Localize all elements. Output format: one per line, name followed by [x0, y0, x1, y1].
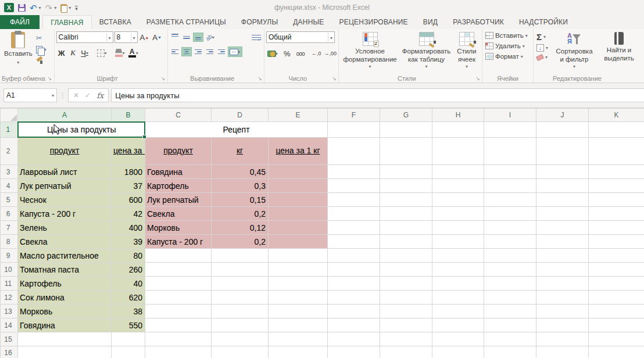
font-dialog-launcher[interactable] — [160, 76, 166, 81]
cell[interactable] — [380, 193, 432, 207]
fill-color-button[interactable] — [114, 47, 126, 59]
autosum-button[interactable]: Σ — [535, 32, 549, 42]
cell[interactable] — [484, 249, 536, 263]
cell[interactable]: Морковь — [145, 221, 212, 235]
select-all-button[interactable] — [1, 109, 18, 122]
cell[interactable] — [380, 138, 432, 165]
column-header-i[interactable]: I — [484, 109, 536, 122]
cell[interactable]: 620 — [112, 291, 145, 305]
cell[interactable]: Морковь — [18, 305, 112, 318]
align-center-button[interactable] — [181, 47, 192, 56]
cell[interactable] — [145, 332, 212, 346]
insert-cells-button[interactable]: Вставить — [484, 31, 531, 40]
cell[interactable]: Зелень — [18, 221, 112, 235]
cell[interactable] — [536, 221, 589, 235]
cell[interactable] — [589, 291, 644, 305]
cell[interactable] — [380, 305, 432, 318]
cell[interactable] — [589, 193, 644, 207]
enter-icon[interactable] — [85, 91, 91, 99]
merge-center-button[interactable] — [228, 46, 242, 57]
cell[interactable]: Чеснок — [18, 193, 112, 207]
cell[interactable] — [269, 318, 328, 332]
column-header-g[interactable]: G — [380, 109, 432, 122]
font-size-combo[interactable]: 8 — [115, 31, 138, 43]
cell[interactable] — [484, 122, 536, 138]
cell[interactable] — [432, 179, 484, 193]
cell[interactable] — [536, 165, 589, 179]
redo-button[interactable]: ↷ — [45, 4, 57, 12]
cell[interactable] — [380, 122, 432, 138]
cell[interactable] — [536, 332, 589, 346]
tab-file[interactable]: ФАЙЛ — [0, 15, 40, 29]
cell[interactable] — [269, 179, 328, 193]
italic-button[interactable]: К — [68, 47, 78, 59]
cell[interactable] — [269, 165, 328, 179]
cell[interactable] — [589, 318, 644, 332]
cell[interactable] — [328, 332, 380, 346]
row-header[interactable]: 8 — [1, 235, 18, 249]
cell[interactable]: 42 — [112, 207, 145, 221]
cell[interactable] — [536, 179, 589, 193]
row-header[interactable]: 6 — [1, 207, 18, 221]
find-select-button[interactable]: Найти и выделить — [596, 30, 642, 74]
cell-styles-button[interactable]: Стили ячеек — [453, 30, 480, 74]
row-header[interactable]: 10 — [1, 263, 18, 277]
cell[interactable] — [145, 305, 212, 318]
font-name-combo[interactable]: Calibri — [56, 31, 113, 43]
column-header-c[interactable]: C — [145, 109, 212, 122]
column-header-j[interactable]: J — [536, 109, 589, 122]
cell[interactable] — [112, 332, 145, 346]
alignment-dialog-launcher[interactable] — [257, 76, 263, 81]
formula-bar-splitter[interactable]: ⋮ — [59, 92, 66, 99]
styles-dialog-launcher[interactable] — [475, 76, 481, 81]
tab-view[interactable]: ВИД — [416, 15, 445, 29]
cell[interactable] — [269, 207, 328, 221]
cell[interactable] — [536, 235, 589, 249]
cell[interactable] — [432, 235, 484, 249]
orientation-button[interactable]: ab — [205, 31, 216, 43]
row-header[interactable]: 1 — [1, 122, 18, 138]
cell[interactable] — [484, 221, 536, 235]
cell[interactable]: 0,12 — [212, 221, 269, 235]
cell[interactable] — [432, 122, 484, 138]
cell[interactable] — [536, 318, 589, 332]
cell[interactable] — [380, 249, 432, 263]
cell[interactable]: Лук репчатый — [145, 193, 212, 207]
accounting-format-button[interactable] — [266, 48, 279, 59]
cell[interactable] — [328, 305, 380, 318]
bold-button[interactable]: Ж — [56, 47, 67, 59]
cell[interactable]: 0,45 — [212, 165, 269, 179]
column-header-k[interactable]: K — [589, 109, 644, 122]
cell[interactable] — [269, 277, 328, 291]
cell-c1[interactable]: Рецепт — [145, 122, 328, 138]
row-header[interactable]: 3 — [1, 165, 18, 179]
tab-review[interactable]: РЕЦЕНЗИРОВАНИЕ — [332, 15, 416, 29]
cell[interactable] — [484, 179, 536, 193]
cell[interactable] — [328, 207, 380, 221]
cell[interactable]: Лук репчатый — [18, 179, 112, 193]
cell[interactable] — [484, 305, 536, 318]
format-painter-button[interactable] — [35, 56, 48, 65]
cell[interactable] — [484, 332, 536, 346]
cell[interactable]: Говядина — [18, 318, 112, 332]
cell[interactable] — [145, 346, 212, 358]
column-header-a[interactable]: A — [18, 109, 112, 122]
cell[interactable]: Капуста - 200 г — [18, 207, 112, 221]
cell[interactable] — [380, 346, 432, 358]
cell[interactable]: 260 — [112, 263, 145, 277]
cell[interactable] — [380, 263, 432, 277]
cell[interactable]: Лавровый лист — [18, 165, 112, 179]
cell[interactable] — [328, 346, 380, 358]
cell-a2[interactable]: продукт — [18, 138, 112, 165]
cell[interactable] — [484, 346, 536, 358]
cell[interactable] — [328, 165, 380, 179]
cell[interactable] — [432, 263, 484, 277]
cell[interactable] — [589, 305, 644, 318]
insert-function-icon[interactable] — [96, 91, 103, 100]
cell[interactable] — [145, 249, 212, 263]
cell[interactable] — [432, 318, 484, 332]
cell[interactable]: Сок лимона — [18, 291, 112, 305]
conditional-formatting-button[interactable]: Условное форматирование — [341, 30, 399, 74]
align-middle-button[interactable] — [181, 33, 192, 42]
cell[interactable] — [536, 193, 589, 207]
